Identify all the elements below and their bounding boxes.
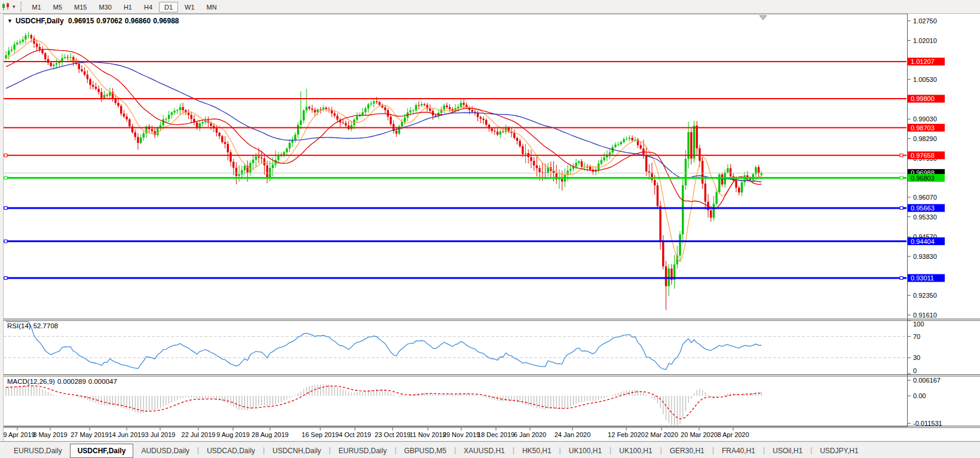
date-tick-label: 12 Feb 2020 — [608, 431, 645, 438]
price-badge-0.97658: 0.97658 — [908, 151, 945, 159]
svg-text:0.95663: 0.95663 — [911, 204, 935, 212]
timeframe-button-w1[interactable]: W1 — [179, 2, 200, 13]
macd-tick-label: 0.006167 — [913, 377, 941, 384]
timeframe-button-m30[interactable]: M30 — [94, 2, 117, 13]
timeframe-button-mn[interactable]: MN — [201, 2, 222, 13]
chart-tab-usoil-h1[interactable]: USOil,H1 — [765, 444, 810, 457]
timeframe-button-m1[interactable]: M1 — [27, 2, 47, 13]
price-badge-0.94404: 0.94404 — [908, 237, 945, 245]
timeframe-button-m5[interactable]: M5 — [48, 2, 68, 13]
window-left-edge — [0, 14, 4, 441]
chart-tab-uk100-h1[interactable]: UK100,H1 — [561, 444, 610, 457]
date-tick-label: 6 Jan 2020 — [514, 431, 546, 438]
date-tick-label: 11 Nov 2019 — [409, 431, 446, 438]
price-badge-0.96803: 0.96803 — [908, 174, 945, 182]
svg-text:0.94404: 0.94404 — [911, 238, 935, 245]
price-tick-label: 0.98290 — [913, 135, 937, 142]
timeframe-button-h1[interactable]: H1 — [118, 2, 137, 13]
price-badge-0.93011: 0.93011 — [908, 274, 945, 282]
svg-text:0.99800: 0.99800 — [911, 95, 935, 102]
svg-text:0.97658: 0.97658 — [911, 152, 935, 159]
chart-canvas[interactable]: 1.027501.020101.005300.990300.982900.975… — [0, 0, 980, 458]
price-tick-label: 0.99030 — [913, 115, 937, 123]
timeframe-button-h4[interactable]: H4 — [139, 2, 158, 13]
chart-tab-gbpusd-m5[interactable]: GBPUSD,M5 — [396, 444, 454, 457]
date-tick-label: 8 May 2019 — [33, 431, 67, 438]
price-tick-label: 1.02750 — [913, 17, 937, 25]
date-tick-label: 8 Apr 2020 — [717, 431, 749, 438]
ohlc-low: 0.96860 — [125, 17, 151, 25]
timeframe-button-d1[interactable]: D1 — [159, 2, 178, 13]
chart-tab-bar: EURUSD,DailyUSDCHF,DailyAUDUSD,Daily|USD… — [0, 441, 980, 458]
date-tick-label: 18 Dec 2019 — [477, 431, 514, 438]
date-tick-label: 22 Jul 2019 — [182, 431, 216, 438]
chart-tab-eurusd-daily[interactable]: EURUSD,Daily — [330, 444, 394, 457]
chart-tab-eurusd-daily[interactable]: EURUSD,Daily — [6, 444, 70, 457]
chevron-down-icon[interactable]: ▾ — [13, 2, 16, 11]
rsi-tick-label: 30 — [913, 354, 920, 361]
chart-tab-audusd-daily[interactable]: AUDUSD,Daily — [133, 444, 197, 457]
toolbar-grip-handle[interactable] — [20, 2, 22, 11]
price-tick-label: 1.02010 — [913, 37, 937, 44]
ohlc-high: 0.97062 — [96, 17, 122, 25]
date-tick-label: 24 Jan 2020 — [555, 431, 591, 438]
price-tick-label: 0.95330 — [913, 213, 937, 221]
date-tick-label: 14 Jun 2019 — [109, 431, 145, 438]
date-tick-label: 16 Sep 2019 — [302, 431, 339, 438]
timeframe-toolbar: ▾ M1M5M15M30H1H4D1W1MN — [0, 0, 980, 14]
collapse-triangle-icon[interactable]: ▼ — [7, 18, 13, 24]
date-tick-label: 3 Jul 2019 — [145, 431, 176, 438]
svg-text:0.98703: 0.98703 — [911, 124, 935, 132]
price-tick-label: 0.91610 — [913, 312, 937, 319]
macd-tick-label: -0.011531 — [913, 420, 942, 427]
date-tick-label: 9 Aug 2019 — [216, 431, 250, 438]
svg-text:1.01207: 1.01207 — [911, 58, 935, 65]
price-badge-0.99800: 0.99800 — [908, 95, 945, 103]
date-tick-label: 27 May 2019 — [71, 431, 109, 438]
chart-tab-hk50-h1[interactable]: HK50,H1 — [514, 444, 559, 457]
price-tick-label: 0.93830 — [913, 253, 937, 260]
chart-tab-ger30-h1[interactable]: GER30,H1 — [662, 444, 712, 457]
macd-tick-label: 0.00 — [913, 392, 926, 399]
ohlc-open: 0.96915 — [68, 17, 94, 25]
price-tick-label: 0.92350 — [913, 292, 937, 299]
svg-text:0.93011: 0.93011 — [911, 274, 934, 282]
chart-tab-usdcnh-daily[interactable]: USDCNH,Daily — [265, 444, 329, 457]
chart-title: ▼USDCHF,Daily 0.969150.970620.968600.969… — [7, 17, 182, 25]
price-tick-label: 0.96070 — [913, 194, 937, 201]
price-tick-label: 1.00530 — [913, 76, 937, 83]
chart-tab-fra40-h1[interactable]: FRA40,H1 — [714, 444, 763, 457]
chart-tab-usdcad-daily[interactable]: USDCAD,Daily — [199, 444, 263, 457]
chart-tab-usdjpy-h1[interactable]: USDJPY,H1 — [812, 444, 866, 457]
date-tick-label: 23 Oct 2019 — [375, 431, 411, 438]
rsi-indicator-label: RSI(14)52.7708 — [7, 322, 60, 329]
chart-tab-usdchf-daily[interactable]: USDCHF,Daily — [70, 444, 134, 458]
date-tick-label: 20 Mar 2020 — [681, 431, 718, 438]
macd-indicator-label: MACD(12,26,9)0.0002890.000047 — [7, 378, 120, 385]
ohlc-close: 0.96988 — [153, 17, 179, 25]
rsi-tick-label: 70 — [913, 333, 920, 340]
date-tick-label: 28 Aug 2019 — [252, 431, 289, 438]
chart-type-icon[interactable] — [1, 2, 13, 11]
date-tick-label: 4 Oct 2019 — [339, 431, 371, 438]
chart-tab-uk100-h1[interactable]: UK100,H1 — [611, 444, 660, 457]
price-badge-1.01207: 1.01207 — [908, 58, 945, 66]
chart-tab-xauusd-h1[interactable]: XAUUSD,H1 — [456, 444, 513, 457]
chart-background — [0, 14, 980, 441]
svg-text:0.96803: 0.96803 — [911, 175, 935, 182]
price-badge-0.98703: 0.98703 — [908, 124, 945, 132]
timeframe-buttons: M1M5M15M30H1H4D1W1MN — [26, 1, 223, 12]
rsi-tick-label: 0 — [913, 367, 917, 374]
timeframe-button-m15[interactable]: M15 — [69, 2, 92, 13]
rsi-tick-label: 100 — [913, 320, 924, 328]
date-tick-label: 2 Mar 2020 — [645, 431, 678, 438]
date-tick-label: 19 Apr 2019 — [0, 431, 35, 438]
symbol-period-label: USDCHF,Daily — [16, 17, 64, 25]
price-badge-0.95663: 0.95663 — [908, 204, 945, 212]
date-tick-label: 29 Nov 2019 — [443, 431, 480, 438]
